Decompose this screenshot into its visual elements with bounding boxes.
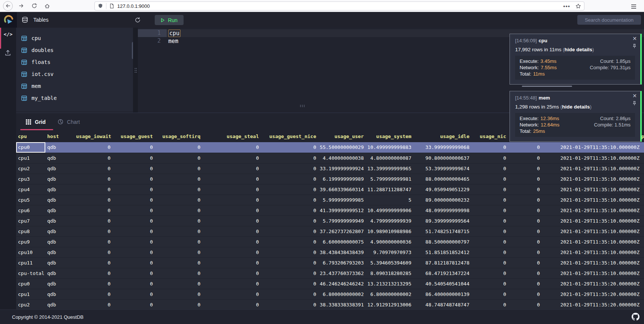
grid-cell[interactable]: 0 bbox=[114, 163, 156, 174]
grid-cell[interactable]: 0 bbox=[114, 216, 156, 226]
table-row[interactable]: cpu0qdb0000055.50000000002910.4999999998… bbox=[16, 142, 644, 153]
grid-cell[interactable]: qdb bbox=[45, 205, 76, 216]
grid-cell[interactable]: cpu3 bbox=[16, 174, 45, 184]
grid-cell[interactable]: 4.900000000036 bbox=[367, 236, 414, 247]
grid-cell[interactable]: 0 bbox=[156, 299, 203, 310]
grid-cell[interactable]: 0 bbox=[472, 247, 509, 257]
grid-cell[interactable]: cpu5 bbox=[16, 195, 45, 205]
grid-cell[interactable]: 10.499999999883 bbox=[367, 142, 414, 153]
grid-cell[interactable]: 0 bbox=[509, 247, 543, 257]
grid-cell[interactable]: 0 bbox=[509, 257, 543, 268]
grid-cell[interactable]: 51.851851852412 bbox=[414, 247, 472, 257]
grid-cell[interactable]: 0 bbox=[203, 142, 262, 153]
bookmark-star-icon[interactable] bbox=[575, 3, 581, 9]
grid-cell[interactable]: 0 bbox=[472, 226, 509, 236]
grid-cell[interactable]: 2021-01-29T11:35:10.000000Z bbox=[543, 247, 644, 257]
grid-cell[interactable]: 88.000000000465 bbox=[414, 174, 472, 184]
grid-cell[interactable]: 0 bbox=[76, 195, 114, 205]
grid-cell[interactable]: 0 bbox=[262, 299, 319, 310]
grid-cell[interactable]: 0 bbox=[76, 163, 114, 174]
column-header-usage_system[interactable]: usage_system bbox=[367, 131, 414, 142]
grid-cell[interactable]: cpu11 bbox=[16, 257, 45, 268]
grid-cell[interactable]: 0 bbox=[76, 184, 114, 195]
grid-cell[interactable]: qdb bbox=[45, 195, 76, 205]
sidebar-table-my_table[interactable]: my_table bbox=[16, 92, 133, 104]
grid-cell[interactable]: qdb bbox=[45, 226, 76, 236]
grid-cell[interactable]: 0 bbox=[76, 226, 114, 236]
grid-cell[interactable]: 89.399999999564 bbox=[414, 216, 472, 226]
grid-cell[interactable]: 0 bbox=[509, 299, 543, 310]
grid-cell[interactable]: 0 bbox=[203, 236, 262, 247]
tab-grid[interactable]: Grid bbox=[26, 119, 46, 125]
grid-cell[interactable]: cpu1 bbox=[16, 289, 45, 299]
grid-cell[interactable]: 2021-01-29T11:35:10.000000Z bbox=[543, 236, 644, 247]
grid-cell[interactable]: 2021-01-29T11:35:10.000000Z bbox=[543, 153, 644, 163]
grid-cell[interactable]: 0 bbox=[203, 163, 262, 174]
grid-cell[interactable]: 0 bbox=[262, 163, 319, 174]
grid-cell[interactable]: qdb bbox=[45, 257, 76, 268]
grid-cell[interactable]: 2021-01-29T11:35:20.000000Z bbox=[543, 299, 644, 310]
grid-cell[interactable]: 0 bbox=[156, 236, 203, 247]
panel-resize-handle[interactable] bbox=[133, 28, 138, 113]
grid-cell[interactable]: 38.338338338391 bbox=[319, 299, 367, 310]
table-row[interactable]: cpu11qdb000006.7932067932035.39460539460… bbox=[16, 257, 644, 268]
browser-menu-button[interactable] bbox=[629, 1, 638, 11]
grid-cell[interactable]: cpu9 bbox=[16, 236, 45, 247]
grid-cell[interactable]: 5.394605394609 bbox=[367, 257, 414, 268]
grid-cell[interactable]: qdb bbox=[45, 216, 76, 226]
grid-cell[interactable]: 55.500000000029 bbox=[319, 142, 367, 153]
grid-cell[interactable]: 89.000000000232 bbox=[414, 195, 472, 205]
grid-cell[interactable]: 6.600000000075 bbox=[319, 236, 367, 247]
grid-cell[interactable]: 5.799999999949 bbox=[319, 216, 367, 226]
grid-cell[interactable]: 0 bbox=[76, 174, 114, 184]
grid-cell[interactable]: 11.288711288747 bbox=[367, 184, 414, 195]
grid-cell[interactable]: 6.793206793203 bbox=[319, 257, 367, 268]
grid-cell[interactable]: 0 bbox=[76, 278, 114, 289]
grid-cell[interactable]: 12.912912913006 bbox=[367, 299, 414, 310]
grid-cell[interactable]: 0 bbox=[156, 257, 203, 268]
grid-cell[interactable]: 2021-01-29T11:35:10.000000Z bbox=[543, 205, 644, 216]
grid-cell[interactable]: 0 bbox=[203, 299, 262, 310]
grid-cell[interactable]: 0 bbox=[262, 174, 319, 184]
grid-cell[interactable]: 0 bbox=[472, 268, 509, 278]
grid-cell[interactable]: 0 bbox=[114, 205, 156, 216]
grid-cell[interactable]: 0 bbox=[76, 205, 114, 216]
grid-cell[interactable]: 2021-01-29T11:35:10.000000Z bbox=[543, 163, 644, 174]
grid-cell[interactable]: 0 bbox=[156, 153, 203, 163]
grid-cell[interactable]: cpu2 bbox=[16, 299, 45, 310]
grid-cell[interactable]: 0 bbox=[156, 184, 203, 195]
grid-cell[interactable]: 0 bbox=[509, 216, 543, 226]
grid-cell[interactable]: 48.748748748747 bbox=[414, 299, 472, 310]
table-row[interactable]: cpu1qdb000004.4000000000384.800000000087… bbox=[16, 153, 644, 163]
column-header-usage_softirq[interactable]: usage_softirq bbox=[156, 131, 203, 142]
grid-cell[interactable]: 0 bbox=[472, 289, 509, 299]
grid-cell[interactable]: 6.800000000002 bbox=[319, 289, 367, 299]
grid-cell[interactable]: 0 bbox=[262, 257, 319, 268]
grid-cell[interactable]: 0 bbox=[114, 153, 156, 163]
column-header-usage_nic[interactable]: usage_nic bbox=[472, 131, 509, 142]
hide-details-link[interactable]: hide details bbox=[562, 104, 590, 110]
table-row[interactable]: cpu1qdb000006.8000000000026.800000000002… bbox=[16, 289, 644, 299]
grid-cell[interactable]: 0 bbox=[262, 226, 319, 236]
grid-cell[interactable]: 0 bbox=[472, 257, 509, 268]
grid-cell[interactable]: 0 bbox=[262, 142, 319, 153]
grid-cell[interactable]: 23.437760373362 bbox=[319, 268, 367, 278]
grid-cell[interactable]: 33.199999999924 bbox=[319, 163, 367, 174]
grid-cell[interactable]: 0 bbox=[262, 216, 319, 226]
grid-cell[interactable]: 8.090318280285 bbox=[367, 268, 414, 278]
grid-cell[interactable]: 0 bbox=[156, 226, 203, 236]
table-row[interactable]: cpu5qdb000005.999999999985589.0000000002… bbox=[16, 195, 644, 205]
tab-chart[interactable]: Chart bbox=[58, 119, 80, 125]
grid-cell[interactable]: 4.800000000087 bbox=[367, 153, 414, 163]
close-icon[interactable]: ✕ bbox=[632, 36, 637, 41]
grid-cell[interactable]: 0 bbox=[262, 268, 319, 278]
grid-cell[interactable]: 0 bbox=[472, 205, 509, 216]
grid-cell[interactable]: 2021-01-29T11:35:10.000000Z bbox=[543, 216, 644, 226]
grid-cell[interactable]: 0 bbox=[203, 289, 262, 299]
grid-cell[interactable]: 0 bbox=[203, 184, 262, 195]
grid-cell[interactable]: 87.812187812478 bbox=[414, 257, 472, 268]
console-view-icon[interactable]: </> bbox=[0, 31, 16, 37]
grid-cell[interactable]: 9.70970970973 bbox=[367, 247, 414, 257]
grid-cell[interactable]: 2021-01-29T11:35:10.000000Z bbox=[543, 184, 644, 195]
grid-cell[interactable]: 53.399999999674 bbox=[414, 163, 472, 174]
